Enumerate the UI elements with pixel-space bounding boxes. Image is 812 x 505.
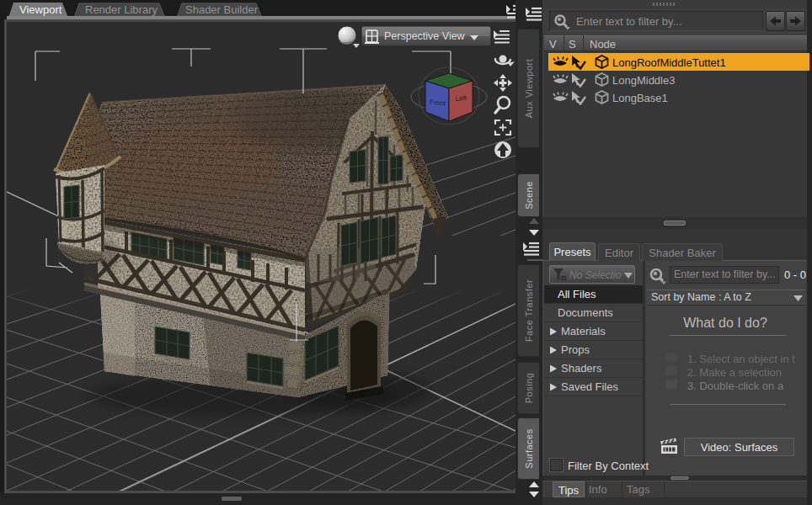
- svg-text:Front: Front: [430, 98, 446, 107]
- svg-text:Render Library: Render Library: [85, 3, 158, 16]
- svg-text:Left: Left: [455, 94, 467, 103]
- svg-text:Shader Builder: Shader Builder: [185, 3, 259, 16]
- svg-text:Viewport: Viewport: [19, 3, 62, 16]
- svg-text:Perspective View: Perspective View: [384, 30, 466, 42]
